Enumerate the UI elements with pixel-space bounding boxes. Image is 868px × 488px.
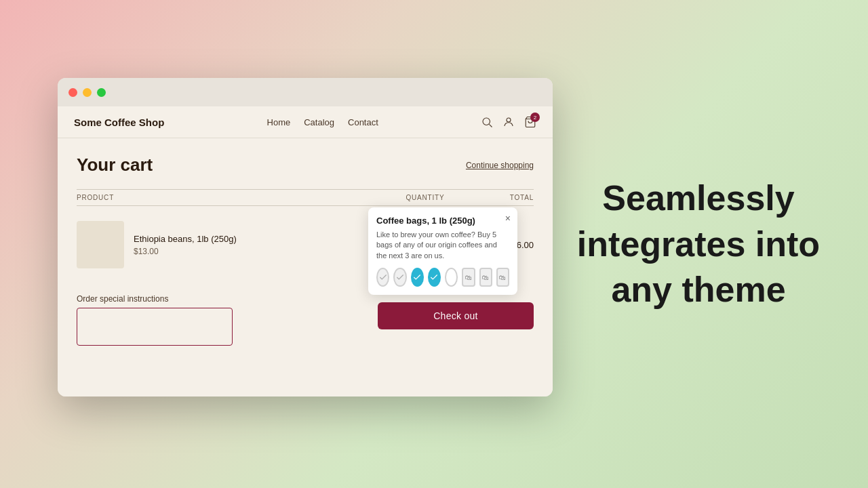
nav-home[interactable]: Home bbox=[267, 117, 291, 127]
item-name: Ethiopia beans, 1lb (250g) bbox=[134, 234, 371, 244]
svg-line-1 bbox=[489, 124, 492, 127]
popup-icon-7[interactable]: 🛍 bbox=[479, 268, 492, 287]
browser-chrome bbox=[58, 78, 553, 106]
promo-text: Seamlessly integrates into any theme bbox=[570, 176, 827, 313]
svg-point-2 bbox=[507, 118, 511, 122]
popup-icon-2[interactable] bbox=[393, 268, 406, 287]
popup-tooltip: × Coffee bags, 1 lb (250g) Like to brew … bbox=[368, 207, 517, 295]
item-price: $13.00 bbox=[134, 247, 371, 256]
cart-table-header: PRODUCT QUANTITY TOTAL bbox=[77, 189, 534, 206]
nav-contact[interactable]: Contact bbox=[348, 117, 378, 127]
cart-icon[interactable]: 2 bbox=[524, 116, 536, 128]
cart-header: Your cart Continue shopping bbox=[77, 155, 534, 176]
popup-text: Like to brew your own coffee? Buy 5 bags… bbox=[376, 230, 509, 261]
instructions-label: Order special instructions bbox=[77, 294, 233, 304]
minimize-button[interactable] bbox=[83, 88, 92, 97]
popup-icon-5[interactable] bbox=[445, 268, 458, 287]
site-content: Some Coffee Shop Home Catalog Contact 2 bbox=[58, 106, 553, 396]
cart-item: Ethiopia beans, 1lb (250g) $13.00 − + bbox=[77, 214, 534, 275]
maximize-button[interactable] bbox=[97, 88, 106, 97]
instructions-textarea[interactable] bbox=[77, 308, 233, 346]
special-instructions: Order special instructions bbox=[77, 294, 233, 348]
col-total: TOTAL bbox=[479, 194, 534, 201]
popup-close-button[interactable]: × bbox=[505, 213, 511, 224]
promo-line3: any theme bbox=[611, 270, 785, 309]
col-quantity: QUANTITY bbox=[371, 194, 479, 201]
popup-title: Coffee bags, 1 lb (250g) bbox=[376, 216, 509, 226]
promo-line2: integrates into bbox=[577, 224, 820, 263]
account-icon[interactable] bbox=[502, 116, 515, 128]
item-details: Ethiopia beans, 1lb (250g) $13.00 bbox=[134, 234, 371, 256]
nav-catalog[interactable]: Catalog bbox=[304, 117, 334, 127]
popup-icon-4[interactable] bbox=[428, 268, 441, 287]
popup-icon-3[interactable] bbox=[411, 268, 424, 287]
brand-logo[interactable]: Some Coffee Shop bbox=[74, 117, 164, 128]
browser-window: Some Coffee Shop Home Catalog Contact 2 bbox=[58, 78, 553, 396]
popup-icons-row: 🛍 🛍 🛍 bbox=[376, 268, 509, 287]
checkout-button[interactable]: Check out bbox=[378, 302, 534, 329]
navigation: Some Coffee Shop Home Catalog Contact 2 bbox=[58, 106, 553, 138]
nav-links: Home Catalog Contact bbox=[267, 117, 378, 127]
popup-icon-8[interactable]: 🛍 bbox=[496, 268, 509, 287]
svg-point-0 bbox=[483, 118, 490, 125]
popup-icon-1[interactable] bbox=[376, 268, 389, 287]
close-button[interactable] bbox=[68, 88, 77, 97]
item-image bbox=[77, 221, 124, 268]
search-icon[interactable] bbox=[481, 116, 493, 128]
continue-shopping-link[interactable]: Continue shopping bbox=[466, 161, 534, 170]
cart-title: Your cart bbox=[77, 155, 153, 176]
main-content: Your cart Continue shopping PRODUCT QUAN… bbox=[58, 138, 553, 365]
cart-badge: 2 bbox=[530, 113, 540, 122]
promo-line1: Seamlessly bbox=[602, 178, 794, 218]
popup-icon-6[interactable]: 🛍 bbox=[462, 268, 475, 287]
nav-icons: 2 bbox=[481, 116, 536, 128]
col-product: PRODUCT bbox=[77, 194, 371, 201]
